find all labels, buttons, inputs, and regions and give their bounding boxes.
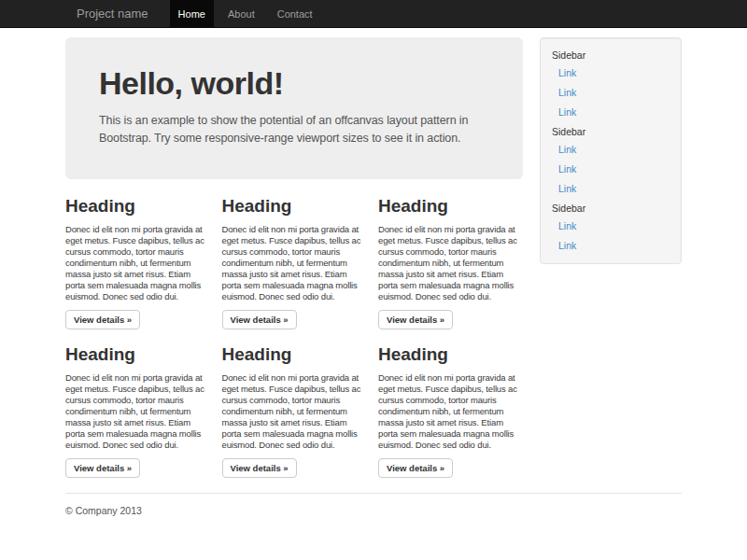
view-details-button[interactable]: View details » — [65, 458, 140, 478]
jumbotron: Hello, world! This is an example to show… — [65, 37, 523, 179]
view-details-button[interactable]: View details » — [222, 458, 297, 478]
card-heading: Heading — [65, 196, 210, 217]
page-container: Hello, world! This is an example to show… — [65, 28, 682, 544]
card: Heading Donec id elit non mi porta gravi… — [378, 196, 523, 329]
card: Heading Donec id elit non mi porta gravi… — [65, 344, 210, 478]
page-footer: © Company 2013 — [65, 494, 682, 544]
sidebar-group-header: Sidebar — [541, 199, 675, 217]
sidebar-group-header: Sidebar — [541, 122, 675, 140]
navbar-menu: Home About Contact — [167, 0, 324, 28]
nav-item-home[interactable]: Home — [170, 0, 214, 28]
card-body-text: Donec id elit non mi porta gravida at eg… — [222, 224, 367, 302]
card-body-text: Donec id elit non mi porta gravida at eg… — [65, 224, 210, 302]
view-details-button[interactable]: View details » — [65, 310, 140, 329]
card: Heading Donec id elit non mi porta gravi… — [378, 344, 523, 478]
sidebar-group-header: Sidebar — [541, 46, 675, 63]
sidebar-link[interactable]: Link — [541, 140, 675, 160]
copyright-text: © Company 2013 — [65, 494, 682, 544]
view-details-button[interactable]: View details » — [222, 310, 297, 329]
navbar-brand[interactable]: Project name — [65, 0, 158, 28]
main-content: Hello, world! This is an example to show… — [65, 37, 523, 493]
navbar-container: Project name Home About Contact — [65, 0, 682, 28]
sidebar-link[interactable]: Link — [541, 179, 675, 199]
card-body-text: Donec id elit non mi porta gravida at eg… — [65, 372, 210, 451]
jumbotron-description: This is an example to show the potential… — [99, 112, 499, 148]
sidebar-link[interactable]: Link — [541, 83, 675, 103]
card-heading: Heading — [222, 344, 367, 365]
sidebar-link[interactable]: Link — [541, 217, 675, 236]
cards-row-1: Heading Donec id elit non mi porta gravi… — [65, 196, 523, 329]
top-navbar: Project name Home About Contact — [0, 0, 747, 28]
card-heading: Heading — [65, 344, 210, 365]
offcanvas-row: Hello, world! This is an example to show… — [65, 28, 682, 493]
card-heading: Heading — [378, 344, 523, 365]
card-body-text: Donec id elit non mi porta gravida at eg… — [222, 372, 367, 451]
card: Heading Donec id elit non mi porta gravi… — [65, 196, 210, 329]
card: Heading Donec id elit non mi porta gravi… — [222, 344, 367, 478]
sidebar: Sidebar Link Link Link Sidebar Link Link… — [540, 37, 682, 264]
nav-item-contact[interactable]: Contact — [269, 0, 321, 28]
view-details-button[interactable]: View details » — [378, 458, 453, 478]
sidebar-link[interactable]: Link — [541, 63, 675, 83]
page-title: Hello, world! — [99, 65, 499, 102]
sidebar-nav-list: Sidebar Link Link Link Sidebar Link Link… — [541, 46, 675, 256]
card: Heading Donec id elit non mi porta gravi… — [222, 196, 367, 329]
card-body-text: Donec id elit non mi porta gravida at eg… — [378, 372, 523, 451]
cards-row-2: Heading Donec id elit non mi porta gravi… — [65, 344, 523, 478]
card-heading: Heading — [222, 196, 367, 217]
nav-item-about[interactable]: About — [219, 0, 263, 28]
card-body-text: Donec id elit non mi porta gravida at eg… — [378, 224, 523, 302]
sidebar-link[interactable]: Link — [541, 160, 675, 179]
sidebar-link[interactable]: Link — [541, 103, 675, 122]
card-heading: Heading — [378, 196, 523, 217]
sidebar-well: Sidebar Link Link Link Sidebar Link Link… — [540, 37, 682, 264]
view-details-button[interactable]: View details » — [378, 310, 453, 329]
sidebar-link[interactable]: Link — [541, 236, 675, 256]
